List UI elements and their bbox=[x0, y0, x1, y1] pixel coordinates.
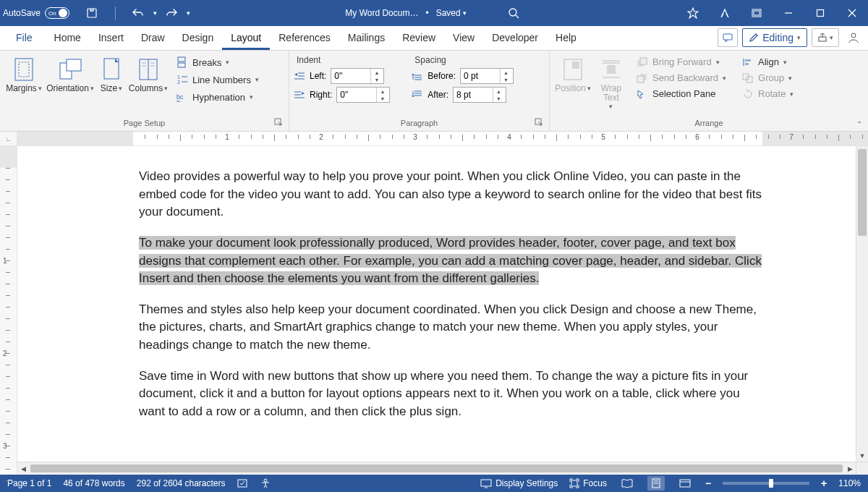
quick-access-toolbar: ▾ ▾ bbox=[75, 3, 192, 23]
tab-layout[interactable]: Layout bbox=[222, 27, 270, 50]
size-icon bbox=[102, 56, 121, 82]
touch-mode-icon[interactable] bbox=[709, 0, 741, 26]
ribbon-options-icon[interactable] bbox=[741, 0, 773, 26]
zoom-level[interactable]: 110% bbox=[838, 478, 861, 488]
svg-rect-48 bbox=[607, 65, 616, 74]
position-icon bbox=[563, 56, 583, 82]
minimize-button[interactable] bbox=[773, 0, 804, 26]
tab-home[interactable]: Home bbox=[46, 27, 90, 50]
hyphenation-button[interactable]: bc Hyphenation▾ bbox=[174, 90, 262, 104]
svg-point-2 bbox=[509, 9, 516, 16]
spacing-after-icon bbox=[412, 90, 423, 100]
size-button[interactable]: Size▾ bbox=[97, 54, 126, 93]
indent-left[interactable]: Left: ▲▼ bbox=[294, 68, 390, 84]
tab-design[interactable]: Design bbox=[174, 27, 223, 50]
scroll-thumb[interactable] bbox=[858, 149, 867, 236]
scroll-thumb[interactable] bbox=[30, 465, 843, 472]
word-count[interactable]: 46 of 478 words bbox=[63, 478, 124, 488]
comments-button[interactable] bbox=[718, 28, 738, 47]
orientation-button[interactable]: Orientation▾ bbox=[46, 54, 94, 93]
indent-right-input[interactable] bbox=[337, 90, 376, 100]
svg-point-12 bbox=[851, 33, 856, 38]
svg-line-3 bbox=[516, 15, 519, 18]
print-layout-icon[interactable] bbox=[647, 476, 665, 491]
spacing-after-input[interactable] bbox=[454, 90, 493, 100]
redo-button[interactable] bbox=[161, 3, 182, 23]
spacing-before[interactable]: Before: ▲▼ bbox=[412, 68, 514, 84]
undo-button[interactable] bbox=[127, 3, 149, 23]
page-setup-launcher[interactable] bbox=[274, 118, 284, 128]
save-icon[interactable] bbox=[81, 3, 103, 23]
tab-mailings[interactable]: Mailings bbox=[339, 27, 393, 50]
zoom-slider[interactable] bbox=[723, 482, 809, 485]
page-status[interactable]: Page 1 of 1 bbox=[7, 478, 51, 488]
horizontal-scrollbar[interactable]: ◀ ▶ bbox=[17, 462, 856, 475]
vertical-scrollbar[interactable]: ▲ ▼ bbox=[856, 146, 868, 462]
display-settings[interactable]: Display Settings bbox=[480, 478, 558, 488]
focus-mode[interactable]: Focus bbox=[569, 478, 607, 488]
maximize-button[interactable] bbox=[804, 0, 836, 26]
breaks-icon bbox=[176, 56, 188, 68]
svg-rect-58 bbox=[745, 63, 749, 65]
document-viewport[interactable]: Video provides a powerful way to help yo… bbox=[17, 146, 868, 475]
paragraph: To make your document look professionall… bbox=[139, 234, 768, 288]
save-status-dropdown[interactable]: Saved ▾ bbox=[436, 8, 467, 18]
horizontal-ruler[interactable]: ∟ 1234567 bbox=[0, 132, 868, 146]
line-numbers-button[interactable]: 12 Line Numbers▾ bbox=[174, 72, 262, 87]
margins-icon bbox=[13, 56, 35, 82]
accessibility-icon[interactable] bbox=[260, 478, 271, 488]
autosave-switch[interactable]: On bbox=[45, 7, 69, 19]
indent-right[interactable]: Right: ▲▼ bbox=[294, 87, 390, 103]
tab-draw[interactable]: Draw bbox=[132, 27, 174, 50]
tab-view[interactable]: View bbox=[444, 27, 483, 50]
account-icon[interactable] bbox=[843, 28, 864, 47]
svg-rect-5 bbox=[754, 11, 760, 15]
paragraph-launcher[interactable] bbox=[535, 118, 545, 128]
zoom-thumb[interactable] bbox=[769, 479, 773, 488]
tab-developer[interactable]: Developer bbox=[483, 27, 547, 50]
titlebar: AutoSave On ▾ ▾ My Word Docum… • Saved ▾ bbox=[0, 0, 868, 26]
scroll-right-icon[interactable]: ▶ bbox=[844, 462, 856, 475]
qat-divider bbox=[104, 3, 126, 23]
svg-rect-69 bbox=[680, 480, 690, 487]
close-button[interactable] bbox=[836, 0, 868, 26]
web-layout-icon[interactable] bbox=[676, 476, 694, 491]
margins-button[interactable]: Margins▾ bbox=[4, 54, 43, 93]
undo-dropdown[interactable]: ▾ bbox=[150, 3, 159, 23]
tab-selector[interactable]: ∟ bbox=[0, 132, 17, 145]
columns-button[interactable]: Columns▾ bbox=[129, 54, 168, 93]
scroll-down-icon[interactable]: ▼ bbox=[856, 450, 868, 462]
selected-text[interactable]: To make your document look professionall… bbox=[139, 236, 762, 285]
tab-references[interactable]: References bbox=[270, 27, 339, 50]
indent-left-input[interactable] bbox=[331, 71, 370, 81]
zoom-out[interactable]: − bbox=[705, 478, 711, 489]
search-icon[interactable] bbox=[503, 7, 524, 19]
tab-help[interactable]: Help bbox=[547, 27, 585, 50]
char-count[interactable]: 292 of 2604 characters bbox=[137, 478, 226, 488]
read-mode-icon[interactable] bbox=[618, 476, 636, 491]
align-button[interactable]: Align▾ bbox=[739, 55, 796, 69]
paragraph[interactable]: Themes and styles also help keep your do… bbox=[139, 301, 768, 355]
vertical-ruler[interactable]: 123 bbox=[0, 146, 17, 475]
tab-file[interactable]: File bbox=[7, 27, 41, 50]
tab-review[interactable]: Review bbox=[393, 27, 444, 50]
document-content[interactable]: Video provides a powerful way to help yo… bbox=[139, 168, 768, 434]
coming-soon-icon[interactable] bbox=[677, 0, 709, 26]
svg-rect-53 bbox=[640, 58, 647, 64]
paragraph[interactable]: Save time in Word with new buttons that … bbox=[139, 368, 768, 421]
editing-mode-button[interactable]: Editing ▾ bbox=[742, 28, 807, 47]
spell-check-icon[interactable] bbox=[237, 478, 249, 488]
zoom-in[interactable]: + bbox=[821, 478, 827, 489]
svg-rect-10 bbox=[723, 34, 732, 40]
breaks-button[interactable]: Breaks▾ bbox=[174, 55, 262, 69]
collapse-ribbon[interactable]: ⌃ bbox=[856, 120, 862, 128]
spacing-before-input[interactable] bbox=[461, 71, 500, 81]
tab-insert[interactable]: Insert bbox=[90, 27, 132, 50]
qat-customize[interactable]: ▾ bbox=[184, 3, 192, 23]
autosave-toggle[interactable]: AutoSave On bbox=[0, 7, 75, 19]
share-button[interactable]: ▾ bbox=[812, 28, 839, 47]
paragraph[interactable]: Video provides a powerful way to help yo… bbox=[139, 168, 768, 221]
selection-pane-button[interactable]: Selection Pane bbox=[634, 87, 729, 101]
spacing-after[interactable]: After: ▲▼ bbox=[412, 87, 514, 103]
scroll-left-icon[interactable]: ◀ bbox=[17, 462, 29, 475]
